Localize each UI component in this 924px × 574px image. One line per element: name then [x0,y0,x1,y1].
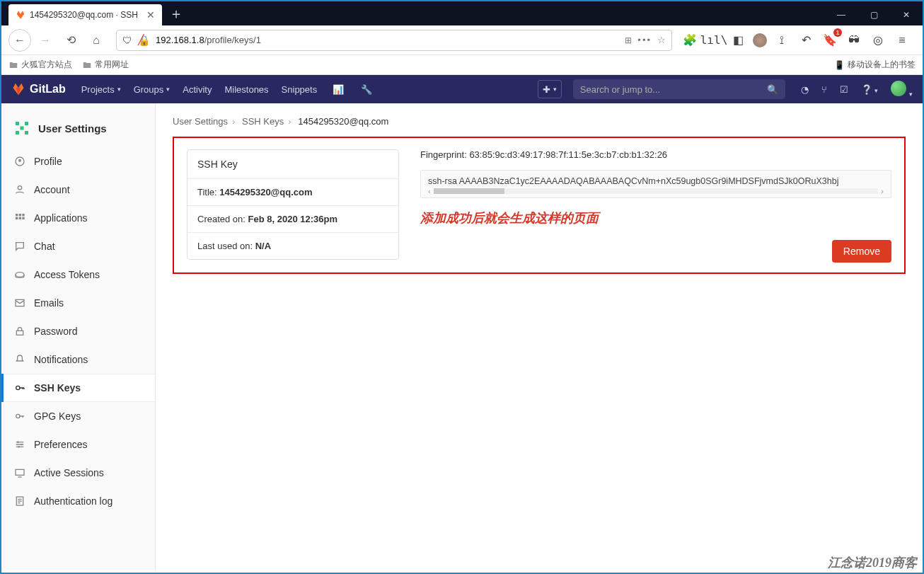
svg-rect-8 [16,214,18,216]
undo-icon[interactable]: ↶ [797,31,815,50]
svg-rect-13 [22,217,24,219]
svg-rect-22 [16,469,24,475]
breadcrumb-settings[interactable]: User Settings [173,116,228,127]
sidebar-item-profile[interactable]: Profile [1,147,155,176]
svg-rect-11 [16,217,18,219]
svg-point-21 [18,446,20,448]
nav-projects[interactable]: Projects ▾ [81,84,121,95]
nav-snippets[interactable]: Snippets [282,84,318,95]
svg-point-7 [18,186,21,190]
qr-icon[interactable]: ⊞ [625,35,632,45]
global-search[interactable]: Search or jump to... 🔍 [573,79,785,99]
svg-rect-3 [25,131,28,134]
sidebar-item-applications[interactable]: Applications [1,204,155,232]
window-minimize[interactable]: — [825,4,857,25]
url-bar[interactable]: 🛡 🔒╱ 192.168.1.8/profile/keys/1 ⊞ ••• ☆ [116,30,672,51]
search-placeholder: Search or jump to... [580,84,660,95]
sidebar-item-password[interactable]: Password [1,317,155,345]
window-close[interactable]: ✕ [890,4,923,25]
svg-rect-2 [16,131,19,134]
library-icon[interactable]: lıl\ [705,31,723,50]
tab-close-icon[interactable]: ✕ [146,9,155,21]
nav-back-button[interactable]: ← [8,29,31,52]
gitlab-logo[interactable]: GitLab [11,82,66,96]
issues-icon[interactable]: ◔ [801,84,809,95]
url-text: 192.168.1.8/profile/keys/1 [156,35,619,45]
nav-milestones[interactable]: Milestones [224,84,268,95]
card-row-title: Title: 1454295320@qq.com [187,179,398,206]
nav-reload-button[interactable]: ⟲ [59,29,82,52]
merge-requests-icon[interactable]: ⑂ [821,84,827,95]
mask-icon[interactable]: 🕶 [845,31,863,50]
user-menu[interactable]: ▾ [891,81,913,98]
sidebar-item-gpg-keys[interactable]: GPG Keys [1,402,155,430]
sidebar-item-tokens[interactable]: Access Tokens [1,260,155,289]
svg-rect-9 [19,214,21,216]
svg-rect-16 [16,331,23,335]
meatball-icon[interactable]: ••• [637,35,652,45]
sidebar-icon[interactable]: ◧ [729,31,747,50]
ssh-key-card: SSH Key Title: 1454295320@qq.com Created… [187,149,399,260]
window-maximize[interactable]: ▢ [857,4,890,25]
nav-activity[interactable]: Activity [183,84,212,95]
notifications-icon[interactable]: 🔖 [821,31,839,50]
tracking-shield-icon[interactable]: 🛡 [122,35,132,46]
new-tab-button[interactable]: ＋ [169,4,183,23]
bookmark-folder-common[interactable]: 常用网址 [82,59,129,71]
ssh-key-text[interactable]: ssh-rsa AAAAB3NzaC1yc2EAAAADAQABAAABAQCv… [420,170,891,198]
card-row-lastused: Last used on: N/A [187,233,398,259]
svg-point-14 [16,272,24,277]
tab-title: 1454295320@qq.com · SSH [30,10,138,20]
svg-rect-4 [21,127,24,130]
settings-app-icon [13,119,31,137]
search-icon: 🔍 [767,84,778,95]
sidebar-item-emails[interactable]: Emails [1,289,155,317]
nav-admin-icon[interactable]: 🔧 [359,84,374,95]
nav-home-button[interactable]: ⌂ [85,29,108,52]
bookmark-star-icon[interactable]: ☆ [657,35,666,45]
highlighted-region: SSH Key Title: 1454295320@qq.com Created… [173,137,906,274]
bookmark-mobile[interactable]: 📱移动设备上的书签 [834,59,916,71]
svg-point-20 [21,444,23,446]
addon-shield-icon[interactable]: ◎ [869,31,887,50]
browser-tab[interactable]: 1454295320@qq.com · SSH ✕ [8,4,162,25]
settings-sidebar: User Settings Profile Account Applicatio… [1,103,156,570]
plus-menu[interactable]: ✚ ▾ [538,80,562,98]
sidebar-item-account[interactable]: Account [1,176,155,204]
todos-icon[interactable]: ☑ [840,84,848,95]
breadcrumb: User Settings› SSH Keys› 1454295320@qq.c… [173,112,906,137]
insecure-icon[interactable]: 🔒╱ [138,35,150,46]
sidebar-item-chat[interactable]: Chat [1,232,155,260]
gitlab-favicon [16,10,25,20]
svg-rect-12 [19,217,21,219]
svg-rect-0 [16,122,19,125]
svg-point-17 [16,386,20,389]
help-icon[interactable]: ❔ ▾ [861,84,879,95]
sidebar-item-sessions[interactable]: Active Sessions [1,459,155,487]
nav-forward-button[interactable]: → [34,29,57,52]
sidebar-item-preferences[interactable]: Preferences [1,430,155,459]
screenshot-icon[interactable]: ⟟ [773,31,791,50]
card-header: SSH Key [187,150,398,179]
profile-avatar-icon[interactable] [753,33,767,47]
nav-analytics-icon[interactable]: 📊 [331,84,345,95]
bookmark-folder-official[interactable]: 火狐官方站点 [8,59,72,71]
keybox-scrollbar[interactable]: ‹› [428,186,884,196]
annotation-text: 添加成功后就会生成这样的页面 [420,209,891,226]
card-row-created: Created on: Feb 8, 2020 12:36pm [187,206,398,233]
breadcrumb-sshkeys[interactable]: SSH Keys [242,116,284,127]
svg-point-18 [16,414,20,418]
remove-button[interactable]: Remove [832,240,891,263]
extensions-icon[interactable]: 🧩 [681,31,699,50]
sidebar-item-notifications[interactable]: Notifications [1,345,155,374]
gitlab-icon [11,82,25,96]
svg-rect-10 [22,214,24,216]
fingerprint-line: Fingerprint: 63:85:9c:d3:49:17:98:7f:11:… [420,149,891,160]
svg-point-6 [18,159,21,162]
app-menu-icon[interactable]: ≡ [893,31,911,50]
sidebar-item-ssh-keys[interactable]: SSH Keys [1,374,155,402]
sidebar-item-authlog[interactable]: Authentication log [1,487,155,515]
nav-groups[interactable]: Groups ▾ [134,84,171,95]
sidebar-title: User Settings [1,113,155,147]
breadcrumb-current: 1454295320@qq.com [298,116,388,127]
